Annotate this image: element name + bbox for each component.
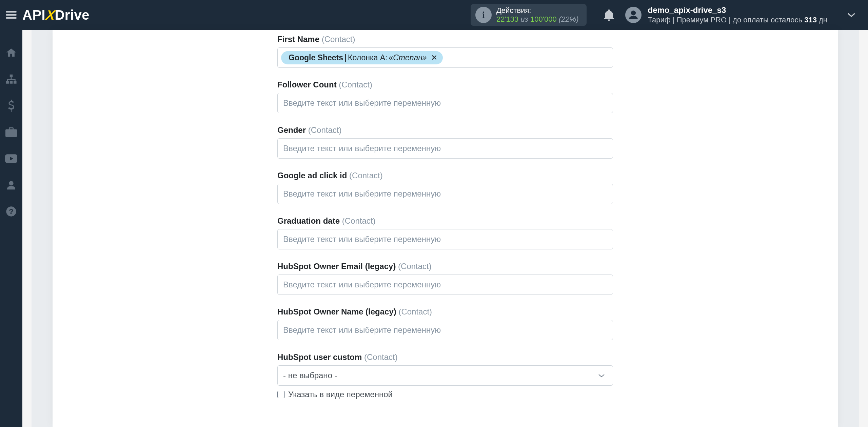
user-name: demo_apix-drive_s3	[648, 5, 827, 15]
chevron-down-icon	[847, 12, 856, 18]
field-follower-count: Follower Count (Contact) Введите текст и…	[277, 80, 613, 113]
label-text: HubSpot user custom	[277, 352, 362, 362]
sitemap-icon	[5, 74, 17, 84]
field-label: Follower Count (Contact)	[277, 80, 613, 89]
tariff-prefix: Тариф |	[648, 16, 676, 24]
as-variable-checkbox[interactable]: Указать в виде переменной	[277, 390, 613, 399]
hamburger-icon	[6, 11, 17, 19]
svg-rect-1	[10, 75, 13, 77]
google-ad-click-id-input[interactable]: Введите текст или выберите переменную	[277, 184, 613, 204]
tariff-line: Тариф | Премиум PRO | до оплаты осталось…	[648, 15, 827, 25]
rail-home[interactable]	[5, 46, 18, 59]
tariff-mid: | до оплаты осталось	[727, 16, 804, 24]
label-text: HubSpot Owner Name (legacy)	[277, 307, 396, 316]
token-value: «Степан»	[389, 53, 427, 62]
svg-rect-4	[14, 81, 16, 84]
brand-logo[interactable]: API X Drive	[22, 7, 90, 23]
label-suffix: (Contact)	[398, 307, 432, 316]
tariff-plan: Премиум PRO	[677, 16, 727, 24]
hubspot-user-custom-select[interactable]: - не выбрано -	[277, 365, 613, 386]
label-text: Follower Count	[277, 80, 337, 89]
token-sep: |	[344, 53, 347, 62]
field-label: First Name (Contact)	[277, 35, 613, 44]
token-column: Колонка A:	[348, 53, 387, 62]
actions-counter[interactable]: i Действия: 22'133 из 100'000 (22%)	[471, 4, 587, 26]
rail-briefcase[interactable]	[5, 126, 18, 139]
actions-of: из	[520, 15, 528, 23]
field-graduation-date: Graduation date (Contact) Введите текст …	[277, 216, 613, 249]
field-hubspot-user-custom: HubSpot user custom (Contact) - не выбра…	[277, 352, 613, 399]
token-remove-icon[interactable]: ✕	[431, 53, 437, 62]
svg-rect-2	[6, 81, 9, 84]
brand-api: API	[22, 7, 45, 23]
label-text: Graduation date	[277, 216, 340, 225]
field-first-name: First Name (Contact) Google Sheets | Кол…	[277, 35, 613, 68]
svg-rect-3	[10, 81, 13, 84]
field-label: Graduation date (Contact)	[277, 216, 613, 226]
briefcase-icon	[5, 127, 17, 137]
svg-point-7	[9, 181, 13, 185]
tariff-days: 313	[804, 16, 817, 24]
label-text: Gender	[277, 125, 306, 135]
label-text: HubSpot Owner Email (legacy)	[277, 262, 396, 271]
rail-sitemap[interactable]	[5, 73, 18, 86]
checkbox-icon	[277, 391, 285, 398]
field-hubspot-owner-email: HubSpot Owner Email (legacy) (Contact) В…	[277, 262, 613, 295]
bell-icon	[604, 9, 614, 21]
form-card: First Name (Contact) Google Sheets | Кол…	[53, 30, 838, 427]
svg-text:?: ?	[9, 207, 14, 216]
label-suffix: (Contact)	[342, 216, 376, 225]
field-gender: Gender (Contact) Введите текст или выбер…	[277, 125, 613, 159]
user-menu[interactable]: demo_apix-drive_s3 Тариф | Премиум PRO |…	[625, 5, 856, 25]
svg-point-0	[631, 11, 636, 15]
graduation-date-input[interactable]: Введите текст или выберите переменную	[277, 229, 613, 249]
rail-billing[interactable]	[5, 99, 18, 112]
brand-drive: Drive	[55, 7, 90, 23]
avatar	[625, 7, 642, 23]
form-column: First Name (Contact) Google Sheets | Кол…	[277, 30, 613, 399]
label-text: Google ad click id	[277, 171, 347, 180]
user-icon	[628, 9, 639, 21]
actions-pct: (22%)	[559, 15, 579, 23]
hubspot-owner-name-input[interactable]: Введите текст или выберите переменную	[277, 320, 613, 340]
label-suffix: (Contact)	[339, 80, 372, 89]
select-value: - не выбрано -	[277, 365, 613, 386]
first-name-input[interactable]: Google Sheets | Колонка A: «Степан» ✕	[277, 47, 613, 68]
info-icon: i	[475, 7, 492, 23]
field-label: HubSpot Owner Email (legacy) (Contact)	[277, 262, 613, 271]
label-text: First Name	[277, 35, 319, 44]
tariff-days-suffix: дн	[817, 16, 827, 24]
rail-youtube[interactable]	[5, 152, 18, 165]
user-icon	[6, 180, 17, 190]
rail-account[interactable]	[5, 179, 18, 191]
token-source: Google Sheets	[289, 53, 343, 62]
label-suffix: (Contact)	[349, 171, 383, 180]
actions-total: 100'000	[530, 15, 557, 23]
field-hubspot-owner-name: HubSpot Owner Name (legacy) (Contact) Вв…	[277, 307, 613, 340]
field-google-ad-click-id: Google ad click id (Contact) Введите тек…	[277, 171, 613, 204]
checkbox-label: Указать в виде переменной	[288, 390, 393, 399]
gender-input[interactable]: Введите текст или выберите переменную	[277, 138, 613, 159]
actions-used: 22'133	[496, 15, 518, 23]
label-suffix: (Contact)	[364, 352, 398, 362]
hubspot-owner-email-input[interactable]: Введите текст или выберите переменную	[277, 274, 613, 295]
variable-token[interactable]: Google Sheets | Колонка A: «Степан» ✕	[281, 51, 443, 64]
field-label: HubSpot user custom (Contact)	[277, 352, 613, 362]
actions-text: Действия: 22'133 из 100'000 (22%)	[496, 6, 579, 24]
field-label: Gender (Contact)	[277, 125, 613, 135]
label-suffix: (Contact)	[322, 35, 355, 44]
home-icon	[5, 47, 17, 59]
field-label: HubSpot Owner Name (legacy) (Contact)	[277, 307, 613, 317]
field-label: Google ad click id (Contact)	[277, 171, 613, 180]
notifications-button[interactable]	[604, 9, 616, 21]
label-suffix: (Contact)	[398, 262, 432, 271]
youtube-icon	[5, 154, 17, 163]
follower-count-input[interactable]: Введите текст или выберите переменную	[277, 93, 613, 113]
hamburger-button[interactable]	[0, 0, 22, 30]
user-text: demo_apix-drive_s3 Тариф | Премиум PRO |…	[648, 5, 827, 25]
app-header: API X Drive i Действия: 22'133 из 100'00…	[0, 0, 868, 30]
rail-help[interactable]: ?	[5, 205, 18, 218]
actions-label: Действия:	[496, 6, 579, 15]
question-icon: ?	[6, 206, 17, 217]
side-rail: ?	[0, 30, 22, 427]
